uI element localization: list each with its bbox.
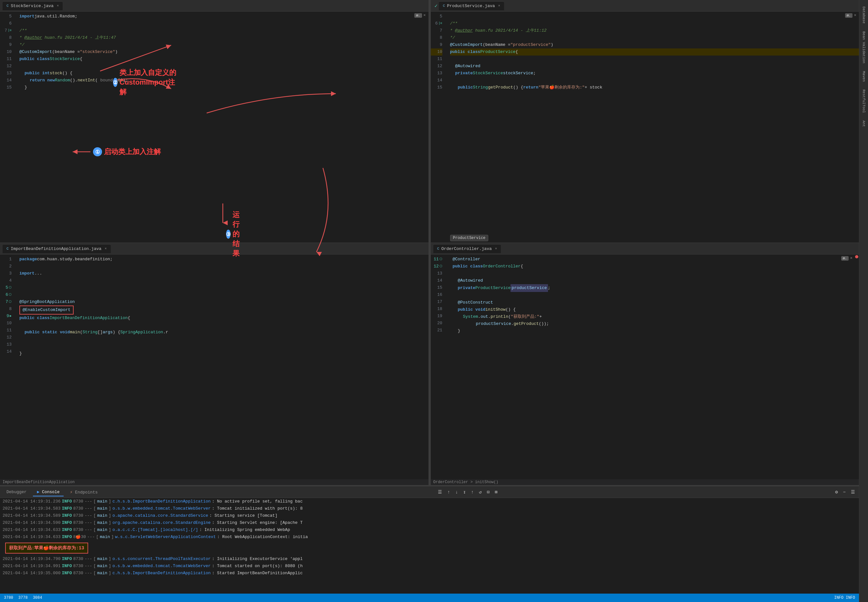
import-tab[interactable]: c ImportBeanDefinitionApplication.java ×	[3, 244, 111, 253]
order-code-content: @Controller public class OrderController…	[446, 255, 859, 479]
product-file-icon: c	[443, 3, 445, 8]
import-tab-close[interactable]: ×	[104, 247, 107, 250]
panel-list-icon[interactable]: ☰	[850, 488, 856, 495]
log-line-5: 2021-04-14 14:19:34.633 INFO 8730 --- [ …	[0, 527, 859, 533]
order-controller-pane: c OrderController.java × 11 ⬡ 12 ⬡ 13 14…	[431, 243, 859, 485]
import-breadcrumb: ImportBeanDefinitionApplication	[0, 479, 428, 485]
main-container: c StockService.java × 5 6 7 |≡ 8 9 10 11	[0, 0, 868, 602]
import-tab-label: ImportBeanDefinitionApplication.java	[11, 246, 101, 251]
product-tab[interactable]: c ProductService.java ×	[439, 1, 504, 10]
log-line-7: 2021-04-14 14:19:34.790 INFO 8730 --- [ …	[0, 556, 859, 563]
console-icon: ▶	[37, 490, 39, 494]
check-mark-product: ✓	[435, 3, 438, 9]
product-line-numbers: 5 6 |≡ 7 8 9 10 11 12 13 14 15	[431, 12, 446, 243]
product-tab-bar: ✓ c ProductService.java ×	[431, 0, 859, 12]
order-code-area: 11 ⬡ 12 ⬡ 13 14 15 16 17 18 19 20 21 @Co…	[431, 255, 859, 479]
sidebar-restful-tool[interactable]: RestfulTool	[860, 86, 867, 117]
layout-icon[interactable]: ⊞	[494, 488, 498, 495]
clear-icon[interactable]: ↧	[462, 488, 467, 495]
debugger-tab[interactable]: Debugger	[3, 488, 31, 496]
stop-icon[interactable]: ⊡	[485, 488, 491, 495]
filter-icon[interactable]: ☰	[437, 488, 443, 495]
import-tab-bar: c ImportBeanDefinitionApplication.java ×	[0, 243, 428, 255]
close-stock[interactable]: ×	[423, 13, 426, 18]
stock-code-content: import java.util.Random; /** * @author h…	[15, 12, 428, 243]
log-line-3: 2021-04-14 14:19:34.589 INFO 8730 --- [ …	[0, 512, 859, 519]
stock-tab-bar: c StockService.java ×	[0, 0, 428, 12]
mc-badge-order: m.	[841, 256, 849, 261]
mc-badge-stock: m.	[414, 13, 422, 18]
close-order[interactable]: ×	[850, 256, 853, 261]
import-code-area: 1 2 3 4 5 ⬡ 6 ⬡ 7 ⬡ 8 9 ▶ 10 11 12 13 14	[0, 255, 428, 479]
order-line-numbers: 11 ⬡ 12 ⬡ 13 14 15 16 17 18 19 20 21	[431, 255, 446, 479]
error-indicator	[855, 255, 858, 258]
editor-area: c StockService.java × 5 6 7 |≡ 8 9 10 11	[0, 0, 859, 602]
status-bar: 3780 3778 3084 INFO INFO	[0, 594, 859, 602]
order-breadcrumb: OrderController > initShow()	[431, 479, 859, 485]
top-editors-row: c StockService.java × 5 6 7 |≡ 8 9 10 11	[0, 0, 859, 243]
log-line-1: 2021-04-14 14:19:31.236 INFO 8730 --- [ …	[0, 498, 859, 505]
log-line-4: 2021-04-14 14:19:34.590 INFO 8730 --- [ …	[0, 519, 859, 527]
import-file-icon: c	[6, 246, 9, 251]
import-app-pane: c ImportBeanDefinitionApplication.java ×…	[0, 243, 429, 485]
log-line-8: 2021-04-14 14:19:34.991 INFO 8730 --- [ …	[0, 563, 859, 570]
panel-settings-icon[interactable]: −	[842, 489, 847, 495]
product-tab-close[interactable]: ×	[498, 4, 500, 8]
product-service-pane: ✓ c ProductService.java × 5 6 |≡ 7 8 9	[431, 0, 859, 243]
stock-code-area: 5 6 7 |≡ 8 9 10 11 12 13 14 15 import ja…	[0, 12, 428, 243]
log-line-2: 2021-04-14 14:19:34.583 INFO 8730 --- [ …	[0, 505, 859, 512]
jump-icon[interactable]: ↑	[470, 489, 475, 495]
product-code-area: 5 6 |≡ 7 8 9 10 11 12 13 14 15 /*	[431, 12, 859, 243]
stock-service-pane: c StockService.java × 5 6 7 |≡ 8 9 10 11	[0, 0, 429, 243]
console-tab[interactable]: ▶ Console	[33, 488, 63, 496]
sidebar-database[interactable]: Database	[860, 3, 867, 28]
scroll-up-icon[interactable]: ↑	[446, 489, 451, 495]
log-area: 2021-04-14 14:19:31.236 INFO 8730 --- [ …	[0, 498, 859, 594]
product-tooltip: ProductService	[450, 235, 489, 241]
scroll-down-icon[interactable]: ↓	[454, 489, 459, 495]
product-tab-label: ProductService.java	[447, 3, 495, 8]
stock-tab[interactable]: c StockService.java ×	[3, 1, 63, 10]
stock-tab-close[interactable]: ×	[57, 4, 59, 8]
status-num-1: 3780	[4, 596, 13, 600]
sidebar-ant[interactable]: Ant	[860, 117, 867, 131]
order-file-icon: c	[437, 246, 440, 251]
stock-line-numbers: 5 6 7 |≡ 8 9 10 11 12 13 14 15	[0, 12, 15, 243]
order-tab-bar: c OrderController.java ×	[431, 243, 859, 255]
log-line-9: 2021-04-14 14:19:35.000 INFO 8730 --- [ …	[0, 570, 859, 577]
status-num-2: 3778	[18, 596, 28, 600]
product-code-content: /** * @author huan.fu 2021/4/14 - 上午11:1…	[446, 12, 859, 243]
restart-icon[interactable]: ↺	[478, 488, 483, 495]
bottom-panel: Debugger ▶ Console ⚡ Endpoints ☰ ↑ ↓ ↧ ↑…	[0, 486, 859, 602]
mc-badge-product: m.	[845, 13, 853, 18]
java-file-icon: c	[6, 3, 9, 8]
order-tab-label: OrderController.java	[442, 246, 492, 251]
sidebar-maven[interactable]: Maven	[860, 67, 867, 86]
order-tab-close[interactable]: ×	[495, 247, 497, 250]
status-num-3: 3084	[33, 596, 42, 600]
stock-tab-label: StockService.java	[11, 3, 54, 8]
result-line: 获取到产品:苹果🍎剩余的库存为:13	[0, 541, 859, 556]
middle-editors-row: c ImportBeanDefinitionApplication.java ×…	[0, 243, 859, 486]
endpoints-tab[interactable]: ⚡ Endpoints	[66, 488, 102, 496]
sidebar-bean-validation[interactable]: Bean Validation	[860, 28, 867, 67]
result-highlight: 获取到产品:苹果🍎剩余的库存为:13	[5, 542, 88, 554]
enable-custom-import: @EnableCustomImport	[19, 306, 74, 315]
settings-icon[interactable]: ⚙	[834, 488, 839, 495]
log-line-6: 2021-04-14 14:19:34.633 INFO 8🍎30 --- [ …	[0, 533, 859, 541]
order-tab[interactable]: c OrderController.java ×	[433, 244, 501, 253]
panel-tab-bar: Debugger ▶ Console ⚡ Endpoints ☰ ↑ ↓ ↧ ↑…	[0, 486, 859, 498]
endpoints-icon: ⚡	[70, 490, 73, 495]
right-sidebar: Database Bean Validation Maven RestfulTo…	[859, 0, 868, 602]
close-product[interactable]: ×	[854, 13, 856, 18]
status-info-1: INFO INFO	[834, 596, 855, 600]
import-line-numbers: 1 2 3 4 5 ⬡ 6 ⬡ 7 ⬡ 8 9 ▶ 10 11 12 13 14	[0, 255, 15, 479]
import-code-content: package com.huan.study.beandefinition; i…	[15, 255, 428, 479]
